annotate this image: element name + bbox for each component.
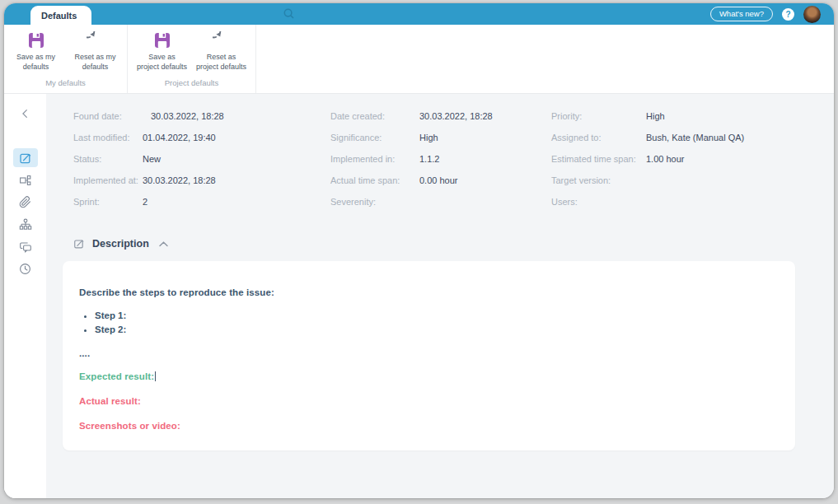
reset-icon — [213, 31, 231, 49]
ribbon-group-caption: Project defaults — [128, 78, 255, 93]
button-label: Save as project defaults — [137, 53, 188, 72]
field-label: Users: — [551, 197, 646, 207]
save-icon — [153, 31, 171, 49]
ribbon-group-project-defaults: Save as project defaults Reset as projec… — [128, 25, 256, 93]
field-significance: Significance: High — [330, 127, 551, 148]
field-estimated-time-span: Estimated time span: 1.00 hour — [551, 148, 834, 170]
related-items-icon[interactable] — [13, 170, 38, 189]
field-target-version: Target version: — [551, 170, 834, 191]
button-label: Reset as project defaults — [196, 53, 247, 72]
field-implemented-in: Implemented in: 1.1.2 — [330, 148, 551, 170]
description-section-header: Description — [73, 238, 834, 250]
screenshots-line: Screenshots or video: — [79, 421, 779, 431]
save-project-defaults-button[interactable]: Save as project defaults — [133, 31, 192, 78]
field-sprint: Sprint: 2 — [73, 191, 330, 212]
field-label: Implemented at: — [73, 175, 143, 185]
topbar-actions: What's new? ? — [710, 6, 834, 23]
field-value[interactable]: 01.04.2022, 19:40 — [143, 133, 216, 142]
field-assigned-to: Assigned to: Bush, Kate (Manual QA) — [551, 127, 834, 148]
field-value[interactable]: Bush, Kate (Manual QA) — [646, 133, 744, 142]
ribbon-group-caption: My defaults — [4, 78, 127, 93]
description-title: Description — [92, 238, 149, 250]
expected-result-line: Expected result: — [79, 371, 779, 381]
field-actual-time-span: Actual time span: 0.00 hour — [330, 170, 551, 191]
field-value[interactable]: 30.03.2022, 18:28 — [143, 175, 216, 185]
actual-result-line: Actual result: — [79, 396, 779, 406]
attachments-icon[interactable] — [13, 193, 38, 212]
field-label: Priority: — [551, 111, 646, 121]
field-value[interactable]: High — [646, 111, 665, 121]
steps-list: Step 1: Step 2: — [95, 310, 779, 336]
field-label: Significance: — [330, 133, 419, 142]
button-label: Save as my defaults — [11, 53, 62, 72]
field-value[interactable]: High — [419, 133, 438, 142]
comments-icon[interactable] — [13, 237, 38, 256]
edit-description-icon[interactable] — [13, 148, 38, 167]
field-priority: Priority: High — [551, 105, 834, 127]
ellipsis-line: .... — [79, 348, 779, 358]
field-label: Severenity: — [330, 197, 419, 207]
field-date-created: Date created: 30.03.2022, 18:28 — [330, 105, 551, 127]
reset-project-defaults-button[interactable]: Reset as project defaults — [192, 31, 251, 78]
field-found-date: Found date: 30.03.2022, 18:28 — [73, 105, 330, 127]
field-label: Estimated time span: — [551, 154, 646, 164]
description-intro: Describe the steps to reproduce the issu… — [79, 287, 779, 297]
description-editor[interactable]: Describe the steps to reproduce the issu… — [63, 261, 795, 450]
edit-pencil-icon[interactable] — [73, 238, 85, 250]
field-value[interactable]: 30.03.2022, 18:28 — [143, 111, 224, 121]
field-label: Implemented in: — [330, 154, 419, 164]
ribbon-group-my-defaults: Save as my defaults Reset as my defaults… — [4, 25, 128, 93]
tab-label: Defaults — [41, 11, 77, 21]
hierarchy-icon[interactable] — [13, 215, 38, 234]
field-label: Sprint: — [73, 197, 143, 207]
save-my-defaults-button[interactable]: Save as my defaults — [7, 31, 66, 78]
ribbon-toolbar: Save as my defaults Reset as my defaults… — [4, 25, 834, 94]
field-label: Last modified: — [73, 133, 143, 142]
field-users: Users: — [551, 191, 834, 212]
issue-panel: Found date: 30.03.2022, 18:28 Last modif… — [46, 94, 834, 498]
step-item: Step 1: — [95, 310, 779, 322]
field-label: Target version: — [551, 175, 646, 185]
app-window: Defaults What's new? ? — [4, 3, 834, 498]
field-value[interactable]: 2 — [143, 197, 147, 207]
field-last-modified: Last modified: 01.04.2022, 19:40 — [73, 127, 330, 148]
field-value[interactable]: New — [143, 154, 161, 164]
tab-defaults[interactable]: Defaults — [30, 6, 91, 25]
field-label: Date created: — [330, 111, 419, 121]
field-implemented-at: Implemented at: 30.03.2022, 18:28 — [73, 170, 330, 191]
field-label: Status: — [73, 154, 143, 164]
left-sidebar — [4, 94, 46, 498]
chevron-up-icon[interactable] — [159, 241, 168, 247]
issue-fields-form: Found date: 30.03.2022, 18:28 Last modif… — [46, 105, 834, 212]
content-area: Found date: 30.03.2022, 18:28 Last modif… — [4, 94, 834, 498]
field-value[interactable]: 0.00 hour — [419, 175, 457, 185]
help-icon[interactable]: ? — [782, 8, 794, 21]
form-column-2: Date created: 30.03.2022, 18:28 Signific… — [330, 105, 551, 212]
search-icon[interactable] — [283, 7, 295, 20]
field-severenity: Severenity: — [330, 191, 551, 212]
field-label: Assigned to: — [551, 133, 646, 142]
user-avatar[interactable] — [803, 6, 821, 23]
whats-new-button[interactable]: What's new? — [710, 7, 773, 21]
form-column-1: Found date: 30.03.2022, 18:28 Last modif… — [73, 105, 330, 212]
field-value[interactable]: 1.1.2 — [419, 154, 439, 164]
text-cursor — [155, 371, 156, 381]
button-label: Reset as my defaults — [70, 53, 121, 72]
reset-icon — [87, 31, 105, 49]
history-icon[interactable] — [13, 259, 38, 278]
save-icon — [27, 31, 45, 49]
collapse-panel-icon[interactable] — [20, 107, 31, 120]
field-value[interactable]: 30.03.2022, 18:28 — [419, 111, 493, 121]
reset-my-defaults-button[interactable]: Reset as my defaults — [66, 31, 125, 78]
field-value[interactable]: 1.00 hour — [646, 154, 684, 164]
form-column-3: Priority: High Assigned to: Bush, Kate (… — [551, 105, 834, 212]
field-label: Actual time span: — [330, 175, 419, 185]
top-bar: Defaults What's new? ? — [4, 3, 834, 25]
field-label: Found date: — [73, 111, 143, 121]
field-status: Status: New — [73, 148, 330, 170]
step-item: Step 2: — [95, 324, 779, 336]
